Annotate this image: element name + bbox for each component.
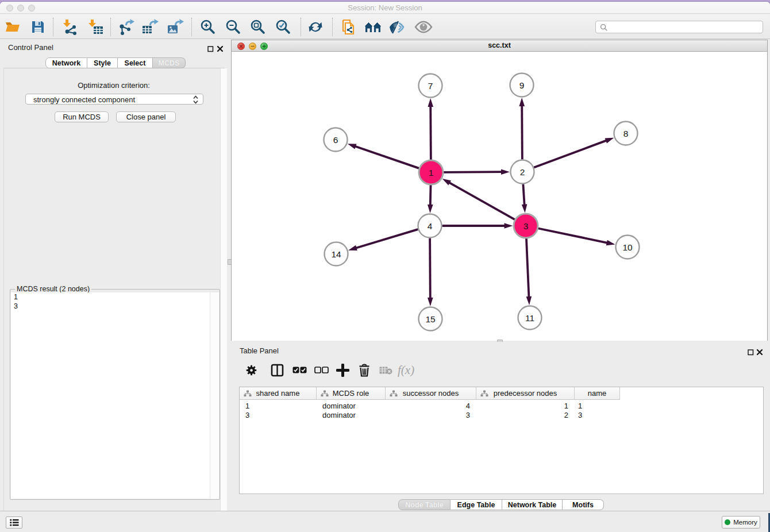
graph-edge[interactable] bbox=[522, 105, 522, 160]
network-graph: 1234678910111415 bbox=[232, 52, 767, 341]
delete-icon[interactable] bbox=[358, 359, 371, 381]
column-header-successor-nodes[interactable]: successor nodes bbox=[386, 387, 476, 400]
delete-table-icon[interactable] bbox=[379, 359, 392, 381]
graph-node-4[interactable]: 4 bbox=[418, 214, 442, 238]
memory-button[interactable]: Memory bbox=[722, 516, 760, 529]
gear-icon[interactable] bbox=[246, 359, 257, 381]
graph-edge[interactable] bbox=[523, 184, 524, 206]
columns-icon[interactable] bbox=[271, 359, 284, 381]
graph-edge[interactable] bbox=[448, 182, 515, 219]
deselect-all-icon[interactable] bbox=[314, 359, 329, 381]
tab-mcds[interactable]: MCDS bbox=[153, 57, 186, 68]
control-panel-scrollbar[interactable] bbox=[220, 68, 227, 511]
graph-edge[interactable] bbox=[526, 238, 529, 298]
table-cell[interactable]: 1 bbox=[245, 402, 314, 411]
export-network-icon[interactable] bbox=[117, 18, 135, 36]
network-canvas[interactable]: 1234678910111415 bbox=[232, 52, 767, 341]
result-item[interactable]: 3 bbox=[11, 302, 219, 311]
graph-node-1[interactable]: 1 bbox=[419, 160, 443, 184]
graph-node-11[interactable]: 11 bbox=[518, 306, 542, 330]
first-neighbors-icon[interactable] bbox=[364, 18, 382, 36]
apply-layout-icon[interactable] bbox=[306, 18, 325, 36]
graph-edge[interactable] bbox=[355, 229, 418, 248]
graph-edge[interactable] bbox=[354, 146, 419, 168]
tab-style[interactable]: Style bbox=[87, 57, 118, 68]
import-table-icon[interactable] bbox=[86, 18, 105, 36]
column-header-shared-name[interactable]: shared name bbox=[240, 387, 317, 400]
table-cell[interactable]: 3 bbox=[578, 411, 618, 420]
tab-select[interactable]: Select bbox=[118, 57, 153, 68]
table-row[interactable]: 3dominator323 bbox=[240, 411, 764, 420]
float-table-panel-icon[interactable] bbox=[748, 348, 754, 358]
graph-node-10[interactable]: 10 bbox=[616, 236, 640, 259]
console-button[interactable] bbox=[6, 516, 22, 529]
graph-node-15[interactable]: 15 bbox=[419, 307, 442, 331]
column-header-mcds-role[interactable]: MCDS role bbox=[317, 387, 386, 400]
zoom-out-icon[interactable] bbox=[224, 18, 242, 36]
zoom-in-icon[interactable] bbox=[199, 18, 217, 36]
table-cell[interactable]: dominator bbox=[322, 411, 383, 420]
result-item[interactable]: 1 bbox=[11, 292, 219, 302]
graph-edge[interactable] bbox=[444, 172, 503, 172]
hide-details-icon[interactable] bbox=[388, 18, 406, 36]
column-header-name[interactable]: name bbox=[575, 387, 620, 400]
table-tabs: Node Table Edge Table Network Table Moti… bbox=[398, 499, 604, 511]
export-image-icon[interactable] bbox=[166, 18, 184, 36]
graph-edge[interactable] bbox=[430, 105, 431, 160]
show-details-icon[interactable] bbox=[414, 18, 433, 36]
graph-node-7[interactable]: 7 bbox=[419, 74, 442, 98]
graph-edge-arrowhead bbox=[428, 205, 433, 213]
search-input[interactable] bbox=[610, 22, 759, 32]
open-session-icon[interactable] bbox=[3, 18, 22, 36]
graph-node-9[interactable]: 9 bbox=[510, 74, 534, 97]
criterion-select[interactable]: strongly connected component bbox=[25, 94, 203, 105]
graph-edge[interactable] bbox=[538, 229, 609, 244]
duplicate-network-icon[interactable] bbox=[338, 18, 357, 36]
float-panel-icon[interactable] bbox=[207, 44, 214, 55]
toolbar-separator bbox=[332, 18, 333, 36]
network-window-titlebar[interactable]: scc.txt bbox=[232, 40, 767, 52]
table-cell[interactable]: 3 bbox=[245, 411, 314, 420]
graph-node-3[interactable]: 3 bbox=[514, 214, 538, 238]
svg-text:9: 9 bbox=[519, 80, 525, 90]
add-icon[interactable] bbox=[336, 359, 349, 381]
mcds-result-scrollbar[interactable] bbox=[210, 292, 219, 499]
table-row[interactable]: 1dominator411 bbox=[240, 402, 764, 411]
save-session-icon[interactable] bbox=[29, 18, 47, 36]
graph-edge[interactable] bbox=[534, 140, 607, 168]
graph-edge-arrowhead bbox=[605, 138, 614, 144]
table-cell[interactable]: 3 bbox=[388, 411, 470, 420]
mcds-result-list[interactable]: 13 bbox=[11, 292, 219, 499]
column-header-predecessor-nodes[interactable]: predecessor nodes bbox=[476, 387, 575, 400]
tab-network[interactable]: Network bbox=[45, 57, 87, 68]
tab-node-table[interactable]: Node Table bbox=[398, 499, 451, 510]
graph-node-8[interactable]: 8 bbox=[614, 122, 638, 145]
import-network-icon[interactable] bbox=[61, 18, 79, 36]
table-cell[interactable]: dominator bbox=[322, 402, 383, 411]
table-cell[interactable]: 1 bbox=[479, 402, 568, 411]
select-all-icon[interactable] bbox=[292, 359, 307, 381]
table-cell[interactable]: 4 bbox=[388, 402, 470, 411]
tab-motifs[interactable]: Motifs bbox=[563, 499, 604, 510]
svg-text:1: 1 bbox=[429, 168, 434, 178]
function-builder-icon[interactable]: f(x) bbox=[398, 359, 414, 381]
zoom-selected-icon[interactable] bbox=[274, 18, 292, 36]
tab-edge-table[interactable]: Edge Table bbox=[451, 499, 502, 510]
graph-node-2[interactable]: 2 bbox=[511, 160, 534, 184]
close-table-panel-icon[interactable] bbox=[756, 348, 763, 358]
zoom-fit-icon[interactable] bbox=[249, 18, 267, 36]
graph-edge-arrowhead bbox=[428, 298, 433, 306]
table-cell[interactable]: 2 bbox=[479, 411, 568, 420]
tab-network-table[interactable]: Network Table bbox=[502, 499, 563, 510]
close-panel-icon[interactable] bbox=[217, 44, 224, 55]
graph-edge[interactable] bbox=[430, 238, 430, 299]
graph-node-6[interactable]: 6 bbox=[324, 128, 348, 152]
export-table-icon[interactable] bbox=[141, 18, 159, 36]
graph-edge[interactable] bbox=[430, 185, 431, 206]
table-cell[interactable]: 1 bbox=[578, 402, 618, 411]
graph-node-14[interactable]: 14 bbox=[325, 242, 348, 266]
graph-edge-arrowhead bbox=[348, 245, 357, 250]
svg-text:4: 4 bbox=[428, 221, 433, 231]
close-panel-button[interactable]: Close panel bbox=[116, 111, 176, 122]
run-mcds-button[interactable]: Run MCDS bbox=[55, 111, 109, 122]
